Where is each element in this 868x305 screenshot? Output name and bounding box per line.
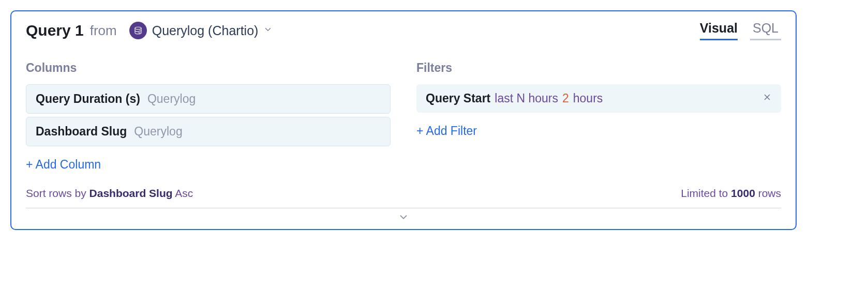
remove-filter-icon[interactable] xyxy=(762,93,772,104)
sort-field: Dashboard Slug xyxy=(89,187,173,199)
expand-panel-button[interactable] xyxy=(26,211,781,223)
header-left: Query 1 from Querylog (Chartio) xyxy=(26,22,273,39)
filter-content: Query Start last N hours 2 hours xyxy=(426,91,603,105)
filter-field: Query Start xyxy=(426,91,490,105)
chevron-down-icon xyxy=(263,25,273,36)
filter-value: 2 xyxy=(562,91,569,105)
query-title: Query 1 xyxy=(26,22,84,39)
tab-visual[interactable]: Visual xyxy=(700,21,738,40)
column-name: Query Duration (s) xyxy=(36,92,140,106)
body-grid: Columns Query Duration (s) Querylog Dash… xyxy=(26,61,781,172)
divider xyxy=(26,208,781,208)
limit-prefix: Limited to xyxy=(681,187,728,199)
header-row: Query 1 from Querylog (Chartio) xyxy=(26,21,781,40)
filters-title: Filters xyxy=(416,61,781,75)
columns-title: Columns xyxy=(26,61,391,75)
limit-control[interactable]: Limited to 1000 rows xyxy=(681,187,781,200)
tab-sql[interactable]: SQL xyxy=(750,21,781,40)
add-filter-button[interactable]: + Add Filter xyxy=(416,124,477,138)
sort-prefix: Sort rows by xyxy=(26,187,86,199)
limit-value: 1000 xyxy=(731,187,755,199)
mode-tabs: Visual SQL xyxy=(700,21,781,40)
columns-section: Columns Query Duration (s) Querylog Dash… xyxy=(26,61,391,172)
database-icon xyxy=(129,22,147,39)
filter-operator: last N hours xyxy=(495,91,558,105)
filter-unit: hours xyxy=(573,91,603,105)
from-label: from xyxy=(90,23,117,39)
svg-point-0 xyxy=(135,27,141,29)
limit-suffix: rows xyxy=(758,187,781,199)
footer-row: Sort rows by Dashboard Slug Asc Limited … xyxy=(26,187,781,200)
sort-direction: Asc xyxy=(175,187,193,199)
column-name: Dashboard Slug xyxy=(36,125,127,139)
add-column-button[interactable]: + Add Column xyxy=(26,158,101,172)
svg-point-1 xyxy=(138,30,141,34)
columns-list: Query Duration (s) Querylog Dashboard Sl… xyxy=(26,84,391,146)
sort-control[interactable]: Sort rows by Dashboard Slug Asc xyxy=(26,187,193,200)
column-item[interactable]: Query Duration (s) Querylog xyxy=(26,84,391,114)
column-source: Querylog xyxy=(147,92,196,106)
datasource-name: Querylog (Chartio) xyxy=(152,23,259,38)
column-source: Querylog xyxy=(134,125,182,139)
filter-item[interactable]: Query Start last N hours 2 hours xyxy=(416,84,781,113)
filters-section: Filters Query Start last N hours 2 hours… xyxy=(416,61,781,172)
query-panel: Query 1 from Querylog (Chartio) xyxy=(10,10,797,230)
column-item[interactable]: Dashboard Slug Querylog xyxy=(26,117,391,146)
datasource-selector[interactable]: Querylog (Chartio) xyxy=(129,22,273,39)
